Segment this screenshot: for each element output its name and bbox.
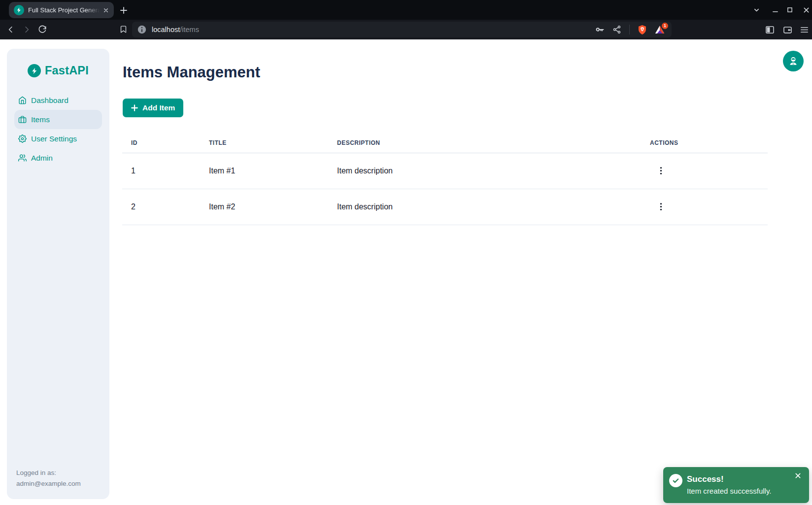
sidebar-item-admin[interactable]: Admin xyxy=(14,148,102,168)
app-viewport: FastAPI Dashboard Items User Settings xyxy=(0,39,812,505)
check-circle-icon xyxy=(669,474,682,487)
brave-rewards-icon[interactable]: 1 xyxy=(655,25,665,34)
forward-button[interactable] xyxy=(22,25,31,34)
fastapi-logo-icon xyxy=(28,64,41,77)
user-avatar-icon xyxy=(788,56,799,67)
column-header-title: TITLE xyxy=(200,133,328,153)
window-maximize-button[interactable] xyxy=(786,6,794,14)
browser-tab[interactable]: Full Stack Project Genera xyxy=(9,2,114,18)
bookmark-icon[interactable] xyxy=(119,25,128,34)
url-bar[interactable]: localhost/items 1 xyxy=(132,22,672,37)
logged-in-email: admin@example.com xyxy=(16,478,81,489)
share-icon[interactable] xyxy=(612,25,621,34)
brave-shield-icon[interactable] xyxy=(638,25,647,35)
url-action-icons: 1 xyxy=(595,25,665,35)
browser-tab-strip: Full Stack Project Genera xyxy=(0,0,812,20)
back-button[interactable] xyxy=(6,25,15,34)
rewards-badge: 1 xyxy=(662,23,668,29)
sidebar-item-label: User Settings xyxy=(31,135,77,143)
row-actions-menu-button[interactable] xyxy=(655,164,667,178)
toolbar-divider xyxy=(629,25,630,34)
url-text: localhost/items xyxy=(152,26,595,34)
column-header-actions: ACTIONS xyxy=(641,133,768,153)
cell-title: Item #2 xyxy=(200,189,328,225)
menu-hamburger-icon[interactable] xyxy=(800,25,809,34)
table-row: 1 Item #1 Item description xyxy=(122,153,768,189)
gear-icon xyxy=(18,135,27,143)
home-icon xyxy=(18,96,27,104)
password-key-icon[interactable] xyxy=(595,25,605,34)
plus-icon xyxy=(131,104,138,111)
sidebar-item-items[interactable]: Items xyxy=(14,110,102,129)
cell-id: 1 xyxy=(122,153,200,189)
reload-button[interactable] xyxy=(38,25,47,34)
toast-title: Success! xyxy=(687,474,724,484)
window-close-button[interactable] xyxy=(802,6,810,14)
items-table: ID TITLE DESCRIPTION ACTIONS 1 Item #1 I… xyxy=(122,133,768,225)
sidebar-item-label: Admin xyxy=(31,154,53,163)
tab-close-icon[interactable] xyxy=(102,6,110,14)
row-actions-menu-button[interactable] xyxy=(655,200,667,214)
sidebar-item-label: Items xyxy=(31,115,50,124)
site-info-icon[interactable] xyxy=(137,25,146,34)
table-header-row: ID TITLE DESCRIPTION ACTIONS xyxy=(122,133,768,153)
cell-description: Item description xyxy=(328,189,641,225)
kebab-icon xyxy=(660,166,662,175)
logged-in-label: Logged in as: xyxy=(16,468,81,478)
cell-actions xyxy=(641,153,768,189)
logo-text: FastAPI xyxy=(45,64,89,77)
cell-title: Item #1 xyxy=(200,153,328,189)
table-row: 2 Item #2 Item description xyxy=(122,189,768,225)
window-minimize-button[interactable] xyxy=(771,6,779,14)
column-header-id: ID xyxy=(122,133,200,153)
sidebar: FastAPI Dashboard Items User Settings xyxy=(7,49,109,499)
user-menu-button[interactable] xyxy=(783,51,804,71)
toast-message: Item created successfully. xyxy=(687,487,771,495)
logged-in-footer: Logged in as: admin@example.com xyxy=(16,468,81,489)
sidebar-item-label: Dashboard xyxy=(31,96,68,105)
cell-actions xyxy=(641,189,768,225)
cell-description: Item description xyxy=(328,153,641,189)
users-icon xyxy=(18,154,27,162)
url-path: /items xyxy=(180,26,199,34)
fastapi-favicon-icon xyxy=(14,5,24,15)
toast-close-icon[interactable] xyxy=(795,471,804,480)
success-toast: Success! Item created successfully. xyxy=(663,467,809,503)
sidebar-item-dashboard[interactable]: Dashboard xyxy=(14,91,102,110)
sidebar-nav: Dashboard Items User Settings Admin xyxy=(14,91,102,168)
column-header-description: DESCRIPTION xyxy=(328,133,641,153)
cell-id: 2 xyxy=(122,189,200,225)
briefcase-icon xyxy=(18,115,27,124)
new-tab-button[interactable] xyxy=(120,6,128,14)
browser-toolbar: localhost/items 1 xyxy=(0,20,812,39)
wallet-icon[interactable] xyxy=(783,25,792,34)
add-item-button[interactable]: Add Item xyxy=(123,99,183,117)
tab-search-chevron-icon[interactable] xyxy=(752,6,760,14)
page-title: Items Management xyxy=(123,64,260,81)
kebab-icon xyxy=(660,202,662,211)
sidebar-item-user-settings[interactable]: User Settings xyxy=(14,129,102,148)
tab-title: Full Stack Project Genera xyxy=(28,6,102,14)
fastapi-logo: FastAPI xyxy=(7,64,109,77)
url-host: localhost xyxy=(152,26,180,34)
add-item-label: Add Item xyxy=(142,103,175,112)
sidebar-toggle-icon[interactable] xyxy=(765,25,774,34)
